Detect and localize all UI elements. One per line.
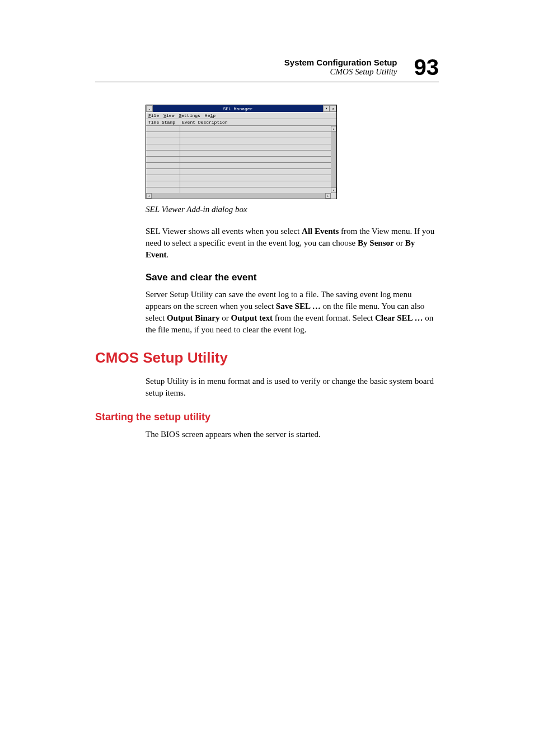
event-grid — [146, 126, 331, 193]
paragraph-setup-utility: Setup Utility is in menu format and is u… — [146, 375, 439, 399]
paragraph-bios-screen: The BIOS screen appears when the server … — [146, 429, 439, 440]
table-row — [146, 144, 331, 151]
table-row — [146, 187, 331, 193]
scroll-right-icon[interactable]: ▸ — [325, 193, 331, 199]
menu-help-rest: p — [213, 113, 216, 118]
system-menu-icon[interactable]: - — [146, 105, 153, 112]
column-headers: Time Stamp Event Description — [146, 119, 336, 126]
paragraph-sel-viewer: SEL Viewer shows all events when you sel… — [146, 226, 439, 261]
page-header: System Configuration Setup CMOS Setup Ut… — [95, 56, 439, 82]
menu-view-rest: iew — [166, 113, 174, 118]
table-row — [146, 157, 331, 163]
column-time-stamp: Time Stamp — [148, 120, 182, 125]
menu-file-rest: ile — [151, 113, 159, 118]
dialog-body: ▴ ▾ ◂ ▸ — [146, 126, 336, 199]
text: or — [394, 238, 405, 247]
heading-cmos-setup-utility: CMOS Setup Utility — [95, 349, 439, 367]
document-page: System Configuration Setup CMOS Setup Ut… — [0, 0, 534, 485]
dialog-title: SEL Manager — [153, 106, 323, 111]
header-subtitle: CMOS Setup Utility — [284, 67, 397, 77]
text: from the event format. Select — [273, 313, 375, 322]
paragraph-save-clear: Server Setup Utility can save the event … — [146, 289, 439, 336]
bold-by-sensor: By Sensor — [358, 238, 394, 247]
sel-manager-dialog: - SEL Manager ▾ ▴ File View Settings Hel… — [146, 105, 337, 199]
bold-save-sel: Save SEL … — [276, 302, 321, 311]
dialog-titlebar: - SEL Manager ▾ ▴ — [146, 105, 336, 112]
menu-file[interactable]: File — [148, 113, 159, 118]
text: or — [220, 313, 231, 322]
menu-help[interactable]: Help — [205, 113, 216, 118]
bold-clear-sel: Clear SEL … — [375, 313, 423, 322]
menu-bar: File View Settings Help — [146, 112, 336, 119]
text: SEL Viewer shows all events when you sel… — [146, 227, 302, 236]
header-text: System Configuration Setup CMOS Setup Ut… — [284, 58, 397, 77]
text: . — [167, 250, 169, 259]
column-event-description: Event Description — [182, 120, 334, 125]
menu-settings-rest: ettings — [181, 113, 200, 118]
menu-view[interactable]: View — [163, 113, 174, 118]
table-row — [146, 126, 331, 132]
heading-starting-setup: Starting the setup utility — [95, 411, 439, 423]
table-row — [146, 181, 331, 187]
horizontal-scrollbar[interactable]: ◂ ▸ — [146, 193, 331, 199]
vertical-scrollbar[interactable]: ▴ ▾ — [331, 126, 336, 193]
menu-settings[interactable]: Settings — [179, 113, 200, 118]
table-row — [146, 138, 331, 144]
minimize-button[interactable]: ▾ — [323, 105, 330, 112]
scroll-up-icon[interactable]: ▴ — [331, 126, 336, 132]
bold-output-binary: Output Binary — [167, 313, 220, 322]
table-row — [146, 151, 331, 157]
page-number: 93 — [414, 56, 439, 78]
table-row — [146, 132, 331, 138]
table-row — [146, 169, 331, 175]
header-title: System Configuration Setup — [284, 58, 397, 67]
table-row — [146, 163, 331, 169]
maximize-button[interactable]: ▴ — [330, 105, 336, 112]
scroll-left-icon[interactable]: ◂ — [146, 193, 152, 199]
figure-caption: SEL Viewer Add-in dialog box — [146, 205, 439, 214]
bold-all-events: All Events — [302, 227, 339, 236]
bold-output-text: Output text — [231, 313, 273, 322]
scroll-down-icon[interactable]: ▾ — [331, 187, 336, 193]
table-row — [146, 175, 331, 181]
heading-save-clear: Save and clear the event — [146, 272, 439, 283]
